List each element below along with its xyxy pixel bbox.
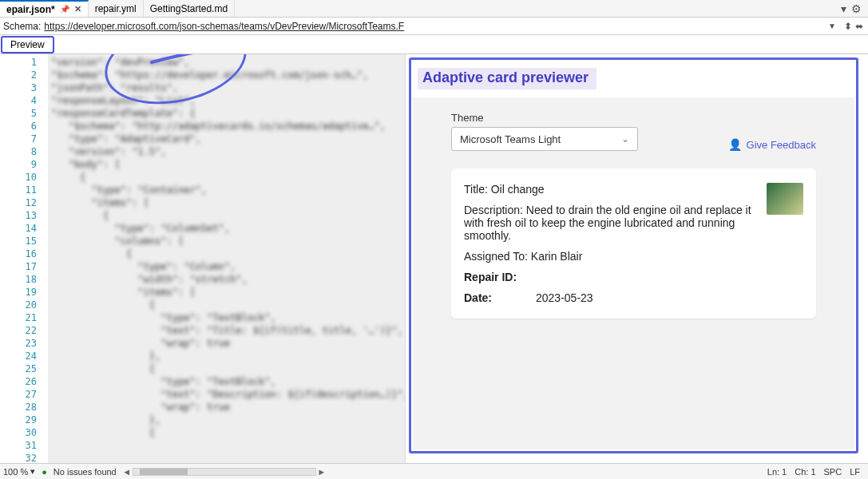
caret-char[interactable]: Ch: 1: [795, 467, 815, 477]
line-number: 2: [31, 69, 37, 81]
preview-pane: Adaptive card previewer Theme Microsoft …: [406, 54, 868, 463]
chevron-down-icon[interactable]: ▼: [825, 22, 839, 30]
fact-label: Date:: [464, 291, 521, 304]
feedback-label: Give Feedback: [747, 139, 816, 151]
status-ok-icon: ●: [42, 467, 47, 477]
indent-mode[interactable]: SPC: [824, 467, 842, 477]
theme-label: Theme: [451, 112, 638, 124]
schema-bar: Schema: https://developer.microsoft.com/…: [0, 18, 868, 35]
line-number: 12: [26, 196, 37, 209]
line-number: 19: [26, 286, 37, 299]
line-number: 29: [26, 414, 37, 426]
card-description: Description: Need to drain the old engin…: [464, 204, 757, 242]
tab-getting-started[interactable]: GettingStarted.md: [144, 0, 235, 17]
tab-epair-json[interactable]: epair.json* 📌 ✕: [0, 0, 89, 17]
line-number: 31: [26, 439, 37, 452]
preview-button[interactable]: Preview: [1, 36, 54, 53]
document-tab-bar: epair.json* 📌 ✕ repair.yml GettingStarte…: [0, 0, 868, 18]
chevron-down-icon: ⌄: [621, 133, 629, 144]
line-number: 9: [31, 158, 37, 171]
main-split: 1234567891011121314151617181920212223242…: [0, 54, 868, 463]
fact-label: Repair ID:: [464, 271, 521, 283]
line-number: 5: [31, 107, 37, 120]
preview-body: Theme Microsoft Teams Light ⌄ 👤 Give Fee…: [413, 97, 854, 449]
tab-label: epair.json*: [6, 4, 55, 15]
line-number: 25: [26, 362, 37, 375]
line-number: 30: [26, 426, 37, 439]
feedback-icon: 👤: [728, 138, 742, 151]
preview-title: Adaptive card previewer: [418, 68, 597, 89]
card-image: [767, 183, 803, 215]
adaptive-card-previewer: Adaptive card previewer Theme Microsoft …: [409, 57, 858, 453]
tab-label: GettingStarted.md: [150, 3, 228, 14]
pin-icon[interactable]: 📌: [60, 5, 69, 14]
tab-label: repair.yml: [95, 3, 137, 14]
line-number-gutter: 1234567891011121314151617181920212223242…: [0, 54, 48, 463]
editor-toolbar: Preview: [0, 35, 868, 54]
theme-value: Microsoft Teams Light: [460, 133, 561, 145]
scroll-right-icon[interactable]: ►: [316, 467, 327, 477]
line-number: 16: [26, 247, 37, 260]
scroll-left-icon[interactable]: ◄: [121, 467, 133, 477]
schema-url[interactable]: https://developer.microsoft.com/json-sch…: [44, 21, 825, 32]
horizontal-scrollbar[interactable]: ◄ ►: [117, 467, 767, 477]
line-number: 11: [26, 184, 37, 196]
caret-line[interactable]: Ln: 1: [767, 467, 787, 477]
line-number: 14: [26, 222, 37, 235]
line-number: 10: [26, 171, 37, 184]
line-number: 28: [26, 401, 37, 414]
give-feedback-link[interactable]: 👤 Give Feedback: [728, 138, 816, 151]
line-number: 6: [31, 120, 37, 133]
card-title: Title: Oil change: [464, 183, 757, 196]
status-bar: 100 % ▾ ● No issues found ◄ ► Ln: 1 Ch: …: [0, 463, 868, 479]
line-number: 8: [31, 145, 37, 158]
card-assigned-to: Assigned To: Karin Blair: [464, 250, 757, 263]
split-horizontal-icon[interactable]: ⬍: [844, 21, 852, 32]
gear-icon[interactable]: ⚙: [851, 2, 862, 15]
window-dropdown-icon[interactable]: ▾: [841, 2, 846, 15]
line-number: 1: [31, 56, 37, 69]
close-icon[interactable]: ✕: [74, 4, 81, 14]
fact-value: 2023-05-23: [536, 291, 593, 304]
line-number: 22: [26, 324, 37, 337]
line-number: 20: [26, 299, 37, 311]
zoom-level[interactable]: 100 % ▾: [3, 466, 35, 477]
line-number: 24: [26, 350, 37, 362]
line-number: 23: [26, 337, 37, 350]
schema-label: Schema:: [0, 21, 44, 32]
line-ending[interactable]: LF: [850, 467, 860, 477]
line-number: 17: [26, 260, 37, 273]
tab-repair-yml[interactable]: repair.yml: [89, 0, 144, 17]
code-content: "version": "devPreview", "$schema": "htt…: [48, 54, 405, 453]
theme-select[interactable]: Microsoft Teams Light ⌄: [451, 127, 638, 151]
line-number: 26: [26, 375, 37, 388]
line-number: 7: [31, 133, 37, 145]
fact-repair-id: Repair ID:: [464, 271, 803, 283]
line-number: 21: [26, 311, 37, 324]
line-number: 4: [31, 94, 37, 107]
line-number: 32: [26, 452, 37, 463]
line-number: 27: [26, 388, 37, 401]
chevron-down-icon: ▾: [30, 466, 35, 477]
line-number: 3: [31, 81, 37, 94]
line-number: 13: [26, 209, 37, 222]
fact-date: Date: 2023-05-23: [464, 291, 803, 304]
adaptive-card: Title: Oil change Description: Need to d…: [451, 168, 816, 319]
line-number: 18: [26, 273, 37, 286]
issues-status[interactable]: No issues found: [54, 467, 117, 477]
code-area[interactable]: "version": "devPreview", "$schema": "htt…: [48, 54, 405, 463]
code-editor-pane: 1234567891011121314151617181920212223242…: [0, 54, 406, 463]
split-vertical-icon[interactable]: ⬌: [855, 21, 863, 32]
line-number: 15: [26, 235, 37, 247]
